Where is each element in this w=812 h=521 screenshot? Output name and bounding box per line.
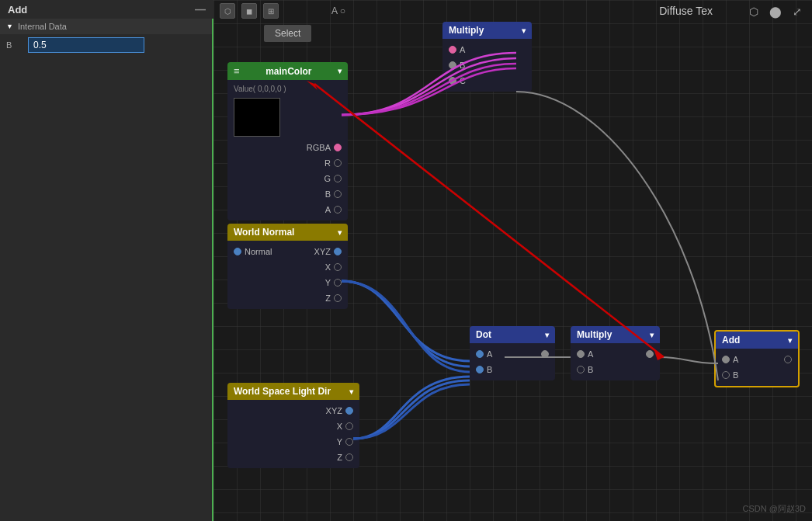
node-world-normal-body: Normal XYZ X Y Z [227, 241, 348, 309]
port-r-out[interactable] [334, 159, 342, 167]
port-multiply1-b-in[interactable] [449, 61, 456, 69]
node-multiply1-chevron[interactable]: ▾ [522, 26, 526, 35]
label-add-a: A [733, 355, 738, 364]
b-input[interactable] [28, 37, 144, 53]
collapse-triangle[interactable]: ▼ [6, 23, 13, 30]
row-normal: Normal XYZ [227, 244, 348, 259]
node-dot-chevron[interactable]: ▾ [545, 331, 549, 339]
select-button[interactable]: Select [264, 25, 311, 42]
toolbar-icon-1[interactable]: ⬡ [220, 3, 235, 19]
port-wsl-x-out[interactable] [345, 422, 353, 430]
label-add-b: B [733, 370, 738, 380]
label-x: X [325, 262, 331, 272]
port-wsl-z-out[interactable] [345, 453, 353, 461]
port-multiply2-out[interactable] [646, 350, 654, 358]
node-main-color-title: mainColor [265, 66, 311, 77]
node-main-color-menu[interactable]: ≡ [234, 65, 240, 77]
node-dot-header[interactable]: Dot ▾ [470, 326, 555, 343]
label-r: R [324, 158, 331, 168]
port-dot-a-in[interactable] [476, 350, 484, 358]
node-world-space-light-title: World Space Light Dir [234, 386, 331, 397]
port-y-out[interactable] [334, 279, 342, 287]
port-multiply1-c-in[interactable] [449, 77, 456, 85]
label-wsl-y: Y [337, 437, 342, 446]
node-add-body: A B [716, 349, 798, 386]
b-label: B [6, 40, 22, 50]
port-multiply2-a-in[interactable] [577, 350, 585, 358]
label-g: G [324, 174, 331, 183]
node-world-space-light: World Space Light Dir ▾ XYZ X Y Z [227, 383, 359, 468]
port-a-out[interactable] [334, 206, 342, 214]
label-y: Y [325, 278, 331, 287]
port-rgba-out[interactable] [334, 144, 342, 151]
row-wsl-z: Z [227, 450, 359, 465]
label-wsl-xyz: XYZ [326, 406, 342, 415]
node-multiply2-header[interactable]: Multiply ▾ [571, 326, 660, 343]
label-wsl-z: Z [337, 453, 342, 462]
port-x-out[interactable] [334, 263, 342, 271]
row-a: A [227, 202, 348, 217]
port-multiply2-b-in[interactable] [577, 366, 585, 373]
row-multiply1-c: C [442, 73, 532, 89]
port-g-out[interactable] [334, 175, 342, 182]
node-main-color: ≡ mainColor ▾ Value( 0,0,0,0 ) RGBA R G … [227, 62, 348, 221]
row-wsl-x: X [227, 419, 359, 434]
node-add-header[interactable]: Add ▾ [716, 332, 798, 349]
port-xyz-out[interactable] [334, 248, 342, 255]
node-multiply1-title: Multiply [449, 25, 484, 36]
node-world-normal: World Normal ▾ Normal XYZ X Y [227, 224, 348, 309]
node-world-space-light-header[interactable]: World Space Light Dir ▾ [227, 383, 359, 400]
panel-title: Add [8, 4, 27, 16]
port-add-a-in[interactable] [722, 356, 730, 363]
label-b: B [325, 189, 331, 199]
port-normal-in[interactable] [234, 248, 241, 255]
node-dot-body: A B [470, 343, 555, 380]
node-main-color-chevron[interactable]: ▾ [338, 67, 342, 75]
color-swatch [234, 98, 280, 137]
node-world-normal-chevron[interactable]: ▾ [338, 228, 342, 237]
watermark: CSDN @阿赵3D [743, 503, 806, 515]
label-dot-b: B [487, 365, 492, 374]
node-main-color-header[interactable]: ≡ mainColor ▾ [227, 62, 348, 80]
row-multiply1-a: A [442, 42, 532, 57]
label-multiply1-a: A [460, 45, 465, 54]
row-r: R [227, 155, 348, 171]
port-add-a-out[interactable] [784, 356, 792, 363]
node-multiply1-header[interactable]: Multiply ▾ [442, 22, 532, 39]
node-multiply2-chevron[interactable]: ▾ [650, 331, 654, 339]
node-world-normal-header[interactable]: World Normal ▾ [227, 224, 348, 241]
port-dot-a-out[interactable] [541, 350, 549, 358]
node-main-color-body: Value( 0,0,0,0 ) RGBA R G B A [227, 80, 348, 221]
row-x: X [227, 259, 348, 275]
row-wsl-xyz: XYZ [227, 403, 359, 419]
port-multiply1-a-in[interactable] [449, 46, 456, 54]
row-multiply2-b: B [571, 362, 660, 377]
label-multiply1-b: B [460, 61, 465, 70]
label-rgba: RGBA [307, 143, 331, 152]
port-add-b-in[interactable] [722, 371, 730, 379]
label-xyz: XYZ [314, 247, 331, 256]
node-add-chevron[interactable]: ▾ [788, 336, 792, 345]
label-z: Z [325, 293, 331, 303]
label-normal: Normal [245, 247, 272, 256]
label-dot-a: A [487, 349, 492, 359]
port-b-out[interactable] [334, 190, 342, 198]
internal-data-header: ▼ Internal Data [0, 19, 212, 34]
row-y: Y [227, 275, 348, 290]
label-multiply2-b: B [588, 365, 593, 374]
node-multiply1: Multiply ▾ A B C [442, 22, 532, 92]
row-rgba: RGBA [227, 140, 348, 155]
port-wsl-xyz-out[interactable] [345, 407, 353, 415]
toolbar-icon-2[interactable]: ◼ [241, 3, 257, 19]
internal-data-label: Internal Data [18, 22, 67, 31]
port-wsl-y-out[interactable] [345, 438, 353, 446]
close-button[interactable]: — [195, 3, 206, 16]
node-dot-title: Dot [476, 329, 491, 340]
row-b: B [227, 186, 348, 202]
node-world-space-light-chevron[interactable]: ▾ [349, 387, 353, 396]
node-dot: Dot ▾ A B [470, 326, 555, 380]
port-dot-b-in[interactable] [476, 366, 484, 373]
toolbar-icon-3[interactable]: ⊞ [263, 3, 279, 19]
port-z-out[interactable] [334, 294, 342, 302]
node-multiply1-body: A B C [442, 39, 532, 92]
